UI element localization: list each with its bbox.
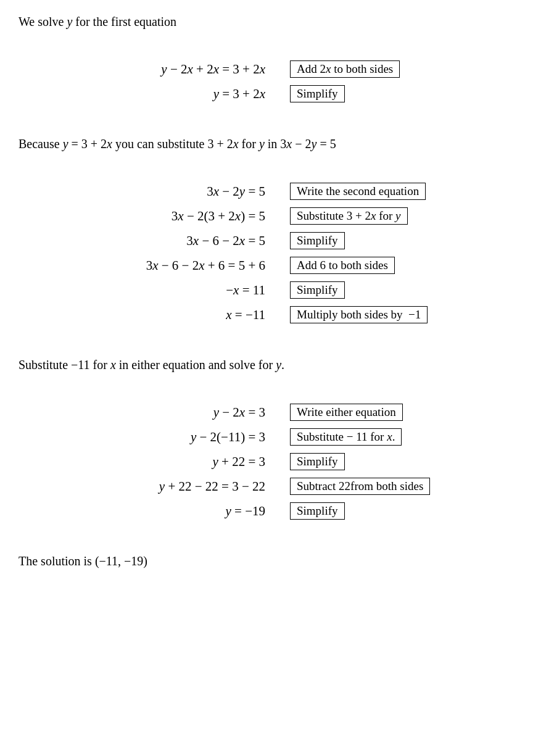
label-col-2-3: Simplify (290, 232, 535, 249)
step-label-3-2: Substitute − 11 for x. (290, 428, 402, 446)
step-row-2-1: 3x − 2y = 5 Write the second equation (19, 183, 535, 200)
step-label-1-2: Simplify (290, 85, 345, 102)
intro-paragraph-3: Substitute −11 for x in either equation … (19, 355, 535, 374)
step-block-3: y − 2x = 3 Write either equation y − 2(−… (19, 400, 535, 523)
step-label-1-1: Add 2x to both sides (290, 60, 400, 78)
label-col-1-2: Simplify (290, 85, 535, 102)
math-expr-2-2: 3x − 2(3 + 2x) = 5 (19, 209, 290, 224)
math-expr-3-4: y + 22 − 22 = 3 − 22 (19, 479, 290, 494)
label-col-3-2: Substitute − 11 for x. (290, 428, 535, 446)
label-col-2-6: Multiply both sides by −1 (290, 306, 535, 323)
math-expr-3-1: y − 2x = 3 (19, 405, 290, 420)
step-row-1-1: y − 2x + 2x = 3 + 2x Add 2x to both side… (19, 60, 535, 78)
step-row-3-3: y + 22 = 3 Simplify (19, 453, 535, 470)
math-expr-3-3: y + 22 = 3 (19, 454, 290, 470)
step-label-3-1: Write either equation (290, 404, 403, 421)
var-y: y (67, 15, 72, 28)
step-label-3-3: Simplify (290, 453, 345, 470)
math-expr-2-4: 3x − 6 − 2x + 6 = 5 + 6 (19, 258, 290, 273)
step-row-2-6: x = −11 Multiply both sides by −1 (19, 306, 535, 323)
step-label-2-6: Multiply both sides by −1 (290, 306, 428, 323)
intro-paragraph-1: We solve y for the first equation (19, 12, 535, 31)
step-row-3-5: y = −19 Simplify (19, 502, 535, 520)
step-row-3-2: y − 2(−11) = 3 Substitute − 11 for x. (19, 428, 535, 446)
step-row-2-4: 3x − 6 − 2x + 6 = 5 + 6 Add 6 to both si… (19, 257, 535, 274)
step-row-3-1: y − 2x = 3 Write either equation (19, 404, 535, 421)
math-expr-1-2: y = 3 + 2x (19, 86, 290, 102)
label-col-2-1: Write the second equation (290, 183, 535, 200)
label-col-1-1: Add 2x to both sides (290, 60, 535, 78)
step-row-1-2: y = 3 + 2x Simplify (19, 85, 535, 102)
step-label-2-2: Substitute 3 + 2x for y (290, 207, 408, 225)
step-label-2-3: Simplify (290, 232, 345, 249)
step-row-2-2: 3x − 2(3 + 2x) = 5 Substitute 3 + 2x for… (19, 207, 535, 225)
label-col-3-3: Simplify (290, 453, 535, 470)
step-label-3-4: Subtract 22from both sides (290, 478, 430, 495)
math-expr-2-3: 3x − 6 − 2x = 5 (19, 233, 290, 249)
label-col-2-2: Substitute 3 + 2x for y (290, 207, 535, 225)
step-row-2-3: 3x − 6 − 2x = 5 Simplify (19, 232, 535, 249)
step-row-3-4: y + 22 − 22 = 3 − 22 Subtract 22from bot… (19, 478, 535, 495)
step-row-2-5: −x = 11 Simplify (19, 281, 535, 299)
step-label-2-1: Write the second equation (290, 183, 426, 200)
label-col-3-5: Simplify (290, 502, 535, 520)
math-expr-2-5: −x = 11 (19, 283, 290, 298)
step-block-2: 3x − 2y = 5 Write the second equation 3x… (19, 179, 535, 327)
label-col-2-5: Simplify (290, 281, 535, 299)
label-col-2-4: Add 6 to both sides (290, 257, 535, 274)
math-expr-1-1: y − 2x + 2x = 3 + 2x (19, 62, 290, 77)
math-expr-3-2: y − 2(−11) = 3 (19, 430, 290, 445)
math-expr-2-6: x = −11 (19, 307, 290, 323)
step-label-3-5: Simplify (290, 502, 345, 520)
label-col-3-4: Subtract 22from both sides (290, 478, 535, 495)
label-col-3-1: Write either equation (290, 404, 535, 421)
math-expr-2-1: 3x − 2y = 5 (19, 184, 290, 199)
step-label-2-5: Simplify (290, 281, 345, 299)
step-label-2-4: Add 6 to both sides (290, 257, 395, 274)
intro-paragraph-2: Because y = 3 + 2x you can substitute 3 … (19, 135, 535, 153)
math-expr-3-5: y = −19 (19, 504, 290, 519)
step-block-1: y − 2x + 2x = 3 + 2x Add 2x to both side… (19, 57, 535, 106)
conclusion-text: The solution is (−11, −19) (19, 552, 535, 570)
